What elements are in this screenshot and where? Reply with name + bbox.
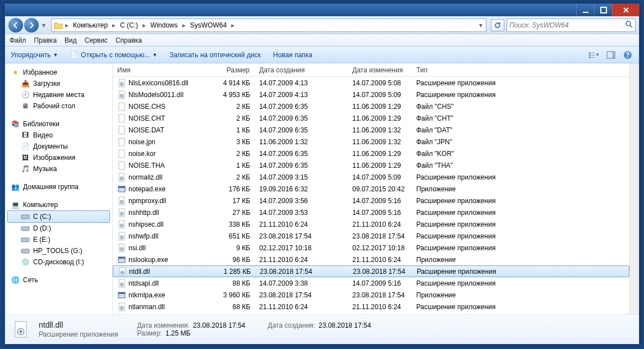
file-row[interactable]: ntdll.dll1 285 КБ23.08.2018 17:5423.08.2… xyxy=(113,265,629,277)
file-type: Расширение приложения xyxy=(412,197,629,205)
menu-tools[interactable]: Сервис xyxy=(85,36,108,44)
file-modified: 23.08.2018 17:54 xyxy=(348,268,412,275)
chevron-right-icon[interactable]: ▸ xyxy=(141,21,147,29)
column-size[interactable]: Размер xyxy=(211,66,255,74)
close-button[interactable] xyxy=(612,4,639,16)
file-row[interactable]: ntlanman.dll68 КБ21.11.2010 6:2421.11.20… xyxy=(113,301,629,313)
open-with-button[interactable]: 📄Открыть с помощью...▼ xyxy=(70,51,157,59)
file-type: Расширение приложения xyxy=(412,209,629,217)
menu-file[interactable]: Файл xyxy=(10,36,26,44)
sidebar-item-drive-d[interactable]: D (D:) xyxy=(5,223,112,234)
svg-point-56 xyxy=(121,284,122,285)
file-row[interactable]: NOISE.CHS2 КБ14.07.2009 6:3511.06.2009 1… xyxy=(113,100,629,112)
breadcrumb-item[interactable]: Компьютер xyxy=(71,21,110,29)
details-created-label: Дата создания: xyxy=(268,322,315,329)
organize-button[interactable]: Упорядочить▼ xyxy=(11,51,58,59)
file-name: nshipsec.dll xyxy=(128,221,164,228)
video-icon: 🎞 xyxy=(21,131,30,140)
file-modified: 14.07.2009 5:16 xyxy=(348,197,412,205)
file-row[interactable]: nsi.dll9 КБ02.12.2017 10:1802.12.2017 10… xyxy=(113,242,629,254)
sidebar-item-drive-c[interactable]: C (C:) xyxy=(7,210,110,223)
refresh-button[interactable] xyxy=(491,19,504,31)
chevron-right-icon[interactable]: ▸ xyxy=(230,21,236,29)
sidebar-item-pictures[interactable]: 🖼Изображения xyxy=(5,152,112,163)
search-input[interactable] xyxy=(509,21,625,29)
file-row[interactable]: notepad.exe176 КБ19.09.2016 6:3209.07.20… xyxy=(113,183,629,195)
minimize-button[interactable] xyxy=(576,4,594,16)
search-box[interactable] xyxy=(507,19,636,32)
file-row[interactable]: npmproxy.dll17 КБ14.07.2009 3:5614.07.20… xyxy=(113,195,629,206)
sidebar-item-music[interactable]: 🎵Музыка xyxy=(5,163,112,174)
maximize-button[interactable] xyxy=(594,4,612,16)
file-row[interactable]: nshwfp.dll651 КБ23.08.2018 17:5423.08.20… xyxy=(113,230,629,242)
menu-help[interactable]: Справка xyxy=(116,36,142,44)
file-icon xyxy=(117,244,126,252)
breadcrumb-item[interactable]: Windows xyxy=(148,21,180,29)
sidebar-favorites[interactable]: ★Избранное xyxy=(5,67,112,78)
file-row[interactable]: NOISE.THA1 КБ14.07.2009 6:3511.06.2009 1… xyxy=(113,159,629,171)
sidebar-item-drive-g[interactable]: HP_TOOLS (G:) xyxy=(5,245,112,256)
sidebar-item-recent[interactable]: 🕘Недавние места xyxy=(5,89,112,100)
chevron-right-icon[interactable]: ▸ xyxy=(111,21,117,29)
svg-rect-4 xyxy=(589,54,591,56)
file-row[interactable]: ntkrnlpa.exe3 960 КБ23.08.2018 17:5423.0… xyxy=(113,289,629,301)
sidebar-item-documents[interactable]: 📄Документы xyxy=(5,141,112,152)
address-bar[interactable]: ▸ Компьютер ▸ C (C:) ▸ Windows ▸ SysWOW6… xyxy=(51,19,486,32)
sidebar-homegroup[interactable]: 👥Домашняя группа xyxy=(5,181,112,192)
file-type: Приложение xyxy=(412,185,629,193)
drive-icon xyxy=(21,246,30,255)
file-list[interactable]: NlsLexicons0816.dll4 914 КБ14.07.2009 4:… xyxy=(113,77,629,314)
file-row[interactable]: normaliz.dll2 КБ14.07.2009 3:1514.07.200… xyxy=(113,171,629,183)
sidebar-item-cd[interactable]: 💿CD-дисковод (I:) xyxy=(5,256,112,268)
search-icon[interactable] xyxy=(625,20,633,30)
column-type[interactable]: Тип xyxy=(412,66,629,74)
file-row[interactable]: ntdsapi.dll88 КБ14.07.2009 3:3814.07.200… xyxy=(113,277,629,289)
burn-button[interactable]: Записать на оптический диск xyxy=(169,51,261,59)
sidebar-item-drive-e[interactable]: E (E:) xyxy=(5,234,112,245)
column-modified[interactable]: Дата изменения xyxy=(348,66,412,74)
file-name: nsi.dll xyxy=(128,244,146,252)
file-modified: 14.07.2009 5:09 xyxy=(348,91,412,99)
file-row[interactable]: noise.jpn3 КБ11.06.2009 1:3211.06.2009 1… xyxy=(113,136,629,148)
sidebar-item-video[interactable]: 🎞Видео xyxy=(5,130,112,141)
new-folder-button[interactable]: Новая папка xyxy=(273,51,312,59)
chevron-right-icon[interactable]: ▸ xyxy=(181,21,187,29)
menu-edit[interactable]: Правка xyxy=(34,36,57,44)
file-row[interactable]: NlsModels0011.dll4 953 КБ14.07.2009 4:13… xyxy=(113,89,629,100)
file-row[interactable]: nshipsec.dll338 КБ21.11.2010 6:2421.11.2… xyxy=(113,218,629,230)
menu-view[interactable]: Вид xyxy=(65,36,77,44)
help-button[interactable]: ? xyxy=(622,49,633,61)
forward-button[interactable] xyxy=(24,18,39,33)
back-button[interactable] xyxy=(8,18,23,33)
view-mode-button[interactable]: ▼ xyxy=(588,49,600,61)
scrollbar[interactable] xyxy=(629,63,639,314)
history-dropdown-icon[interactable]: ▾ xyxy=(41,21,47,29)
file-row[interactable]: noise.kor2 КБ14.07.2009 6:3511.06.2009 1… xyxy=(113,148,629,159)
sidebar-libraries[interactable]: 📚Библиотеки xyxy=(5,118,112,130)
file-type: Расширение приложения xyxy=(412,221,629,228)
file-modified: 11.06.2009 1:32 xyxy=(348,126,412,134)
file-row[interactable]: NlsLexicons0816.dll4 914 КБ14.07.2009 4:… xyxy=(113,77,629,89)
file-icon xyxy=(117,208,126,217)
file-row[interactable]: nshhttp.dll27 КБ14.07.2009 3:5314.07.200… xyxy=(113,206,629,218)
breadcrumb-item[interactable]: C (C:) xyxy=(118,21,140,29)
preview-pane-button[interactable] xyxy=(605,49,617,61)
breadcrumb-item[interactable]: SysWOW64 xyxy=(188,21,229,29)
file-row[interactable]: NOISE.CHT2 КБ14.07.2009 6:3511.06.2009 1… xyxy=(113,112,629,124)
chevron-right-icon[interactable]: ▸ xyxy=(64,21,70,29)
file-modified: 23.08.2018 17:54 xyxy=(348,232,412,240)
file-row[interactable]: NOISE.DAT1 КБ14.07.2009 6:3511.06.2009 1… xyxy=(113,124,629,136)
svg-point-64 xyxy=(20,330,22,333)
column-name[interactable]: Имя xyxy=(113,66,211,74)
file-row[interactable]: nslookup.exe96 КБ21.11.2010 6:2421.11.20… xyxy=(113,254,629,265)
file-name: NOISE.DAT xyxy=(128,126,164,134)
sidebar-network[interactable]: 🌐Сеть xyxy=(5,274,112,286)
sidebar-item-desktop[interactable]: 🖥Рабочий стол xyxy=(5,100,112,112)
address-dropdown-icon[interactable]: ▾ xyxy=(478,21,484,29)
star-icon: ★ xyxy=(11,68,20,77)
file-type: Файл "THA" xyxy=(412,162,629,169)
column-created[interactable]: Дата создания xyxy=(255,66,348,74)
file-modified: 02.12.2017 10:18 xyxy=(348,244,412,252)
sidebar-computer[interactable]: 💻Компьютер xyxy=(5,199,112,210)
sidebar-item-downloads[interactable]: 📥Загрузки xyxy=(5,78,112,89)
